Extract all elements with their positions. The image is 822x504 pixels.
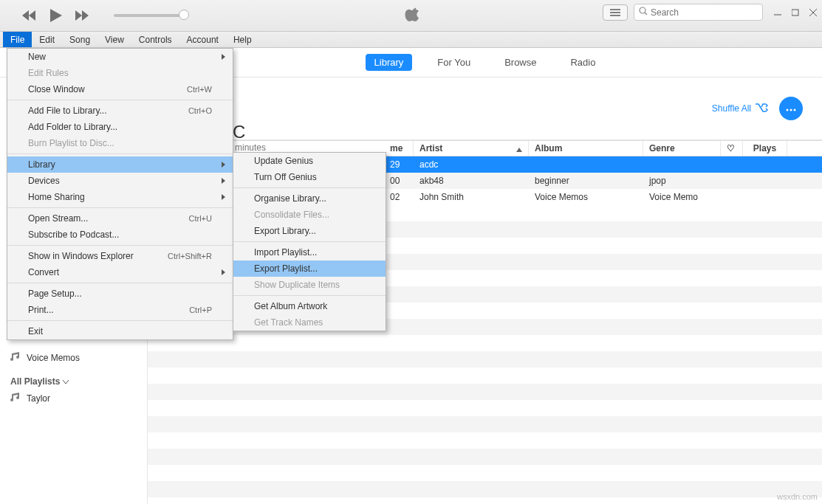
menu-edit[interactable]: Edit: [32, 32, 62, 47]
sidebar-item-label: Taylor: [27, 393, 50, 404]
col-genre[interactable]: Genre: [643, 141, 721, 156]
search-box[interactable]: [634, 4, 763, 21]
menu-separator: [7, 207, 233, 208]
menu-item-get-album-artwork[interactable]: Get Album Artwork: [233, 298, 386, 314]
menu-help[interactable]: Help: [226, 32, 259, 47]
col-love[interactable]: ♡: [721, 141, 743, 156]
empty-row: [148, 432, 822, 449]
ellipsis-icon: [786, 103, 796, 114]
menu-item-update-genius[interactable]: Update Genius: [233, 153, 386, 169]
close-button[interactable]: [809, 8, 818, 17]
watermark: wsxdn.com: [777, 492, 818, 501]
heart-icon: ♡: [727, 143, 735, 153]
empty-row: [148, 367, 822, 384]
col-plays[interactable]: Plays: [743, 141, 787, 156]
col-artist[interactable]: Artist: [414, 141, 529, 156]
empty-row: [148, 465, 822, 481]
menu-item-convert[interactable]: Convert: [7, 264, 233, 280]
menu-bar: FileEditSongViewControlsAccountHelp: [0, 32, 822, 48]
menu-item-consolidate-files: Consolidate Files...: [233, 207, 386, 223]
playlist-title: C: [233, 122, 245, 142]
maximize-button[interactable]: [791, 8, 800, 17]
menu-item-organise-library[interactable]: Organise Library...: [233, 190, 386, 207]
empty-row: [148, 400, 822, 416]
menu-separator: [7, 245, 233, 246]
menu-controls[interactable]: Controls: [131, 32, 179, 47]
menu-item-show-duplicate-items: Show Duplicate Items: [233, 277, 386, 293]
empty-row: [148, 335, 822, 351]
playlist-icon: [10, 393, 21, 404]
menu-separator: [7, 100, 233, 100]
menu-item-devices[interactable]: Devices: [7, 173, 233, 189]
tab-radio[interactable]: Radio: [561, 54, 604, 71]
volume-thumb[interactable]: [179, 10, 189, 20]
search-icon: [639, 7, 648, 18]
svg-point-11: [794, 109, 796, 111]
menu-item-home-sharing[interactable]: Home Sharing: [7, 189, 233, 205]
sidebar-all-playlists-header[interactable]: All Playlists: [0, 373, 147, 390]
sidebar-voice-memos[interactable]: Voice Memos: [0, 349, 147, 366]
sidebar-item-label: Voice Memos: [27, 353, 80, 363]
menu-item-add-file-to-library[interactable]: Add File to Library...Ctrl+O: [7, 103, 233, 119]
tab-browse[interactable]: Browse: [496, 54, 545, 71]
menu-item-show-in-windows-explorer[interactable]: Show in Windows ExplorerCtrl+Shift+R: [7, 248, 233, 264]
svg-point-9: [787, 109, 789, 111]
empty-row: [148, 416, 822, 432]
apple-logo-icon: [404, 6, 419, 26]
svg-point-3: [640, 7, 645, 13]
menu-item-subscribe-to-podcast[interactable]: Subscribe to Podcast...: [7, 227, 233, 243]
svg-point-10: [790, 109, 792, 111]
menu-item-export-playlist[interactable]: Export Playlist...: [233, 260, 386, 277]
menu-item-close-window[interactable]: Close WindowCtrl+W: [7, 81, 233, 97]
svg-rect-0: [610, 9, 620, 10]
svg-rect-6: [792, 10, 798, 15]
shuffle-icon: [756, 103, 769, 115]
more-button[interactable]: [779, 97, 803, 120]
menu-item-library[interactable]: Library: [7, 156, 233, 173]
menu-item-open-stream[interactable]: Open Stream...Ctrl+U: [7, 210, 233, 227]
shuffle-all-button[interactable]: Shuffle All: [712, 103, 769, 115]
menu-item-turn-off-genius[interactable]: Turn Off Genius: [233, 169, 386, 185]
menu-item-add-folder-to-library[interactable]: Add Folder to Library...: [7, 119, 233, 135]
library-submenu[interactable]: Update GeniusTurn Off GeniusOrganise Lib…: [233, 152, 386, 331]
next-track-button[interactable]: [75, 10, 90, 21]
search-input[interactable]: [651, 7, 761, 18]
svg-rect-2: [610, 15, 620, 16]
menu-separator: [7, 320, 233, 321]
volume-slider[interactable]: [114, 14, 188, 17]
menu-separator: [233, 295, 386, 296]
menu-file[interactable]: File: [3, 32, 32, 47]
menu-item-import-playlist[interactable]: Import Playlist...: [233, 244, 386, 260]
prev-track-button[interactable]: [22, 10, 37, 21]
file-menu-dropdown[interactable]: NewEdit RulesClose WindowCtrl+WAdd File …: [7, 48, 233, 340]
window-buttons: [773, 8, 818, 17]
tab-for-you[interactable]: For You: [428, 54, 479, 71]
menu-song[interactable]: Song: [62, 32, 97, 47]
play-button[interactable]: [50, 9, 62, 22]
menu-separator: [233, 187, 386, 188]
col-album[interactable]: Album: [529, 141, 643, 156]
playlist-subtitle: minutes: [235, 142, 266, 153]
empty-row: [148, 384, 822, 400]
menu-item-export-library[interactable]: Export Library...: [233, 223, 386, 239]
menu-view[interactable]: View: [97, 32, 131, 47]
empty-row: [148, 351, 822, 367]
menu-separator: [7, 283, 233, 283]
menu-item-get-track-names: Get Track Names: [233, 314, 386, 331]
menu-item-page-setup[interactable]: Page Setup...: [7, 286, 233, 302]
menu-item-print[interactable]: Print...Ctrl+P: [7, 302, 233, 318]
menu-item-burn-playlist-to-disc: Burn Playlist to Disc...: [7, 135, 233, 151]
menu-item-new[interactable]: New: [7, 49, 233, 65]
col-time[interactable]: me: [384, 141, 414, 156]
queue-button[interactable]: [603, 4, 628, 21]
playlist-header: C minutes Shuffle All: [148, 77, 822, 140]
empty-row: [148, 497, 822, 504]
empty-row: [148, 449, 822, 465]
sort-ascending-icon: [516, 145, 522, 151]
tab-library[interactable]: Library: [366, 54, 413, 71]
chevron-down-icon: [63, 376, 69, 387]
menu-item-exit[interactable]: Exit: [7, 323, 233, 339]
minimize-button[interactable]: [773, 8, 782, 17]
menu-account[interactable]: Account: [179, 32, 226, 47]
sidebar-playlist-taylor[interactable]: Taylor: [0, 390, 147, 407]
